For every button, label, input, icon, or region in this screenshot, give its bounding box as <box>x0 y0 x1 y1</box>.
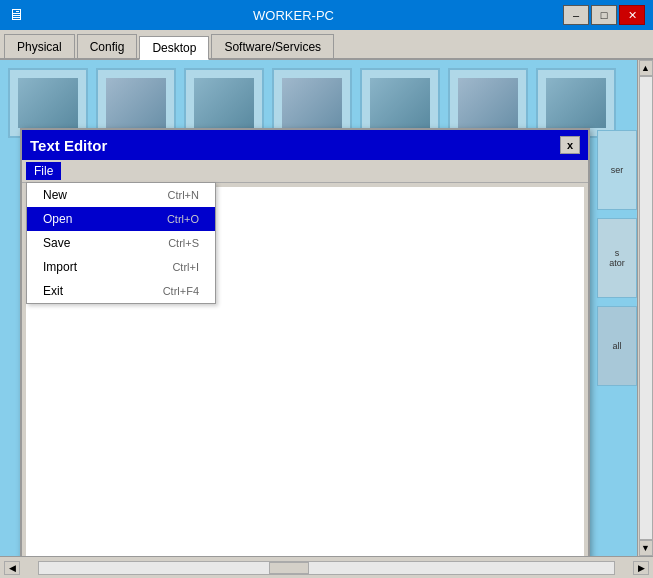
right-icon-2[interactable]: sator <box>597 218 637 298</box>
file-menu[interactable]: File <box>26 162 61 180</box>
menu-item-import[interactable]: Import Ctrl+I <box>27 255 215 279</box>
tab-desktop[interactable]: Desktop <box>139 36 209 60</box>
main-content: ser sator all ▲ ▼ Text Editor x File New… <box>0 60 653 556</box>
editor-title: Text Editor <box>30 137 107 154</box>
maximize-button[interactable]: □ <box>591 5 617 25</box>
bottom-scrollbar: ◀ ▶ <box>0 556 653 578</box>
text-editor-window: Text Editor x File New Ctrl+N Open Ctrl+… <box>20 128 590 556</box>
icon-image-1 <box>18 78 78 128</box>
title-bar: 🖥 WORKER-PC – □ ✕ <box>0 0 653 30</box>
scroll-down-button[interactable]: ▼ <box>639 540 653 556</box>
menu-item-exit[interactable]: Exit Ctrl+F4 <box>27 279 215 303</box>
horizontal-scrollbar-track[interactable] <box>38 561 615 575</box>
scrollbar-v-track[interactable] <box>639 76 653 540</box>
right-icon-1[interactable]: ser <box>597 130 637 210</box>
icon-image-2 <box>106 78 166 128</box>
menu-item-save[interactable]: Save Ctrl+S <box>27 231 215 255</box>
tab-physical[interactable]: Physical <box>4 34 75 58</box>
tab-bar: Physical Config Desktop Software/Service… <box>0 30 653 60</box>
scroll-up-button[interactable]: ▲ <box>639 60 653 76</box>
right-icon-3[interactable]: all <box>597 306 637 386</box>
right-panel: ser sator all <box>597 130 637 386</box>
tab-config[interactable]: Config <box>77 34 138 58</box>
window-controls: – □ ✕ <box>563 5 645 25</box>
scroll-right-button[interactable]: ▶ <box>633 561 649 575</box>
icon-image-7 <box>546 78 606 128</box>
vertical-scrollbar[interactable]: ▲ ▼ <box>637 60 653 556</box>
icon-image-5 <box>370 78 430 128</box>
icon-image-6 <box>458 78 518 128</box>
minimize-button[interactable]: – <box>563 5 589 25</box>
editor-title-bar: Text Editor x <box>22 130 588 160</box>
window-title: WORKER-PC <box>24 8 563 23</box>
scrollbar-thumb[interactable] <box>269 562 309 574</box>
icon-image-4 <box>282 78 342 128</box>
editor-close-button[interactable]: x <box>560 136 580 154</box>
tab-software[interactable]: Software/Services <box>211 34 334 58</box>
menu-item-open[interactable]: Open Ctrl+O <box>27 207 215 231</box>
editor-menu-bar: File <box>22 160 588 183</box>
scroll-left-button[interactable]: ◀ <box>4 561 20 575</box>
icon-image-3 <box>194 78 254 128</box>
menu-item-new[interactable]: New Ctrl+N <box>27 183 215 207</box>
close-button[interactable]: ✕ <box>619 5 645 25</box>
file-dropdown-menu: New Ctrl+N Open Ctrl+O Save Ctrl+S Impor… <box>26 182 216 304</box>
app-logo: 🖥 <box>8 6 24 24</box>
